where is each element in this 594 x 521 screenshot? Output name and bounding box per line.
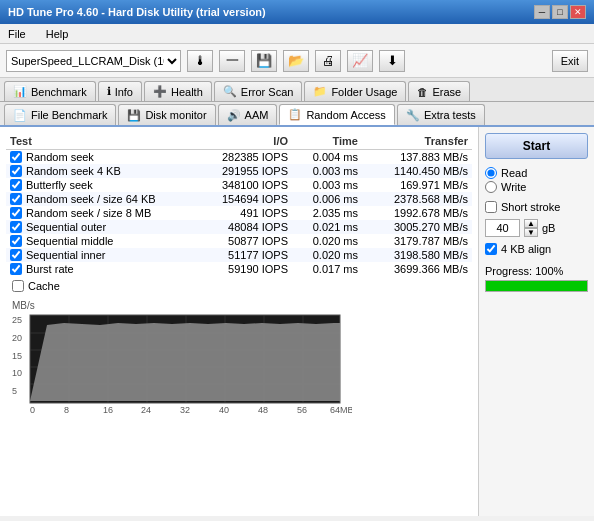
menu-file[interactable]: File (4, 27, 30, 41)
row-checkbox-3[interactable] (10, 193, 22, 205)
row-test-0: Random seek (26, 151, 94, 163)
chart-y-label: MB/s (12, 300, 466, 311)
row-time-6: 0.020 ms (288, 235, 358, 247)
table-row: Random seek / size 8 MB 491 IOPS 2.035 m… (6, 206, 472, 220)
fan-icon-btn[interactable]: 一 (219, 50, 245, 72)
minimize-button[interactable]: ─ (534, 5, 550, 19)
row-checkbox-2[interactable] (10, 179, 22, 191)
row-checkbox-5[interactable] (10, 221, 22, 233)
tab-extra-tests[interactable]: 🔧Extra tests (397, 104, 485, 125)
row-time-4: 2.035 ms (288, 207, 358, 219)
progress-bar-fill (486, 281, 587, 291)
disk-selector[interactable]: SuperSpeed_LLCRAM_Disk (103 gB) (6, 50, 181, 72)
row-checkbox-7[interactable] (10, 249, 22, 261)
menu-help[interactable]: Help (42, 27, 73, 41)
tab-info[interactable]: ℹInfo (98, 81, 142, 101)
row-time-5: 0.021 ms (288, 221, 358, 233)
row-check-4: Random seek / size 8 MB (10, 207, 188, 219)
cache-checkbox[interactable] (12, 280, 24, 292)
exit-button[interactable]: Exit (552, 50, 588, 72)
write-label: Write (501, 181, 526, 193)
write-radio[interactable] (485, 181, 497, 193)
svg-text:64MB: 64MB (330, 405, 352, 415)
tab-aam[interactable]: 🔊AAM (218, 104, 278, 125)
tab-error-scan[interactable]: 🔍Error Scan (214, 81, 303, 101)
disk-icon: 💾 (127, 109, 141, 122)
col-time: Time (288, 135, 358, 147)
row-checkbox-6[interactable] (10, 235, 22, 247)
read-radio[interactable] (485, 167, 497, 179)
down-icon-btn[interactable]: ⬇ (379, 50, 405, 72)
row-transfer-0: 137.883 MB/s (358, 151, 468, 163)
row-transfer-6: 3179.787 MB/s (358, 235, 468, 247)
progress-value: 100% (535, 265, 563, 277)
row-time-7: 0.020 ms (288, 249, 358, 261)
row-time-8: 0.017 ms (288, 263, 358, 275)
side-panel: Start Read Write Short stroke 40 ▲ ▼ gB (479, 127, 594, 516)
open-icon-btn[interactable]: 📂 (283, 50, 309, 72)
row-io-5: 48084 IOPS (188, 221, 288, 233)
align-item: 4 KB align (485, 243, 588, 255)
col-transfer: Transfer (358, 135, 468, 147)
chart-icon-btn[interactable]: 📈 (347, 50, 373, 72)
chart-container: 25 20 15 10 5 (12, 313, 466, 420)
row-io-2: 348100 IOPS (188, 179, 288, 191)
row-check-2: Butterfly seek (10, 179, 188, 191)
table-row: Random seek 282385 IOPS 0.004 ms 137.883… (6, 150, 472, 164)
extra-icon: 🔧 (406, 109, 420, 122)
row-checkbox-0[interactable] (10, 151, 22, 163)
cache-row: Cache (6, 276, 472, 296)
tab-file-benchmark[interactable]: 📄File Benchmark (4, 104, 116, 125)
menu-bar: File Help (0, 24, 594, 44)
table-row: Sequential outer 48084 IOPS 0.021 ms 300… (6, 220, 472, 234)
svg-text:15: 15 (12, 351, 22, 361)
size-spinbox[interactable]: 40 (485, 219, 520, 237)
svg-text:20: 20 (12, 333, 22, 343)
progress-section: Progress: 100% (485, 265, 588, 292)
tab-folder-usage[interactable]: 📁Folder Usage (304, 81, 406, 101)
tab-health[interactable]: ➕Health (144, 81, 212, 101)
row-io-8: 59190 IOPS (188, 263, 288, 275)
row-time-1: 0.003 ms (288, 165, 358, 177)
maximize-button[interactable]: □ (552, 5, 568, 19)
row-check-8: Burst rate (10, 263, 188, 275)
row-io-1: 291955 IOPS (188, 165, 288, 177)
content-area: Test I/O Time Transfer Random seek 28238… (0, 127, 594, 516)
file-icon: 📄 (13, 109, 27, 122)
row-transfer-5: 3005.270 MB/s (358, 221, 468, 233)
svg-text:24: 24 (141, 405, 151, 415)
start-button[interactable]: Start (485, 133, 588, 159)
svg-text:56: 56 (297, 405, 307, 415)
tab-random-access[interactable]: 📋Random Access (279, 104, 394, 125)
row-transfer-8: 3699.366 MB/s (358, 263, 468, 275)
row-test-4: Random seek / size 8 MB (26, 207, 151, 219)
svg-text:32: 32 (180, 405, 190, 415)
row-transfer-1: 1140.450 MB/s (358, 165, 468, 177)
short-stroke-item: Short stroke (485, 201, 588, 213)
row-checkbox-1[interactable] (10, 165, 22, 177)
aam-icon: 🔊 (227, 109, 241, 122)
svg-text:0: 0 (30, 405, 35, 415)
main-panel: Test I/O Time Transfer Random seek 28238… (0, 127, 479, 516)
row-test-1: Random seek 4 KB (26, 165, 121, 177)
row-checkbox-4[interactable] (10, 207, 22, 219)
table-header: Test I/O Time Transfer (6, 133, 472, 150)
save-icon-btn[interactable]: 💾 (251, 50, 277, 72)
align-checkbox[interactable] (485, 243, 497, 255)
tabs-row2: 📄File Benchmark 💾Disk monitor 🔊AAM 📋Rand… (0, 102, 594, 127)
spin-up[interactable]: ▲ (524, 219, 538, 228)
tab-erase[interactable]: 🗑Erase (408, 81, 470, 101)
row-test-6: Sequential middle (26, 235, 113, 247)
short-stroke-checkbox[interactable] (485, 201, 497, 213)
close-button[interactable]: ✕ (570, 5, 586, 19)
row-time-3: 0.006 ms (288, 193, 358, 205)
row-test-5: Sequential outer (26, 221, 106, 233)
print-icon-btn[interactable]: 🖨 (315, 50, 341, 72)
tab-disk-monitor[interactable]: 💾Disk monitor (118, 104, 215, 125)
table-row: Sequential middle 50877 IOPS 0.020 ms 31… (6, 234, 472, 248)
row-check-0: Random seek (10, 151, 188, 163)
spin-down[interactable]: ▼ (524, 228, 538, 237)
row-checkbox-8[interactable] (10, 263, 22, 275)
tab-benchmark[interactable]: 📊Benchmark (4, 81, 96, 101)
temperature-icon-btn[interactable]: 🌡 (187, 50, 213, 72)
